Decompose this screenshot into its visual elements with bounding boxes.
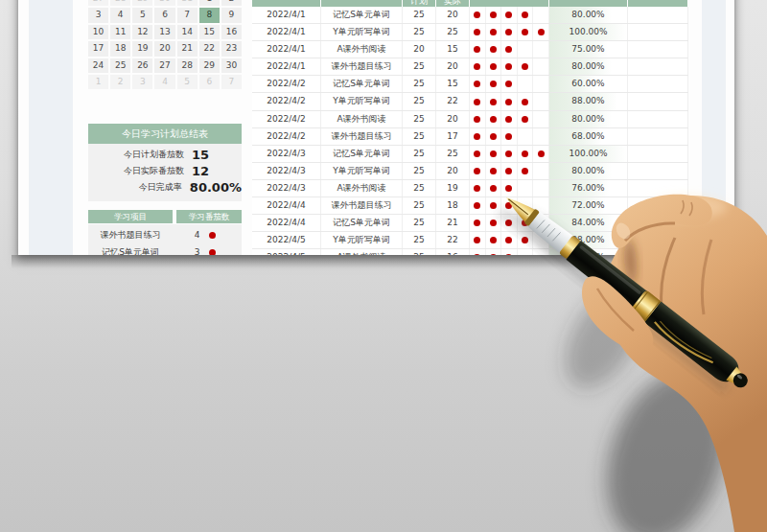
project-count-cell[interactable]: 3 (173, 247, 238, 255)
calendar-day[interactable]: 25 (110, 58, 130, 73)
cell-actual[interactable]: 20 (436, 111, 470, 127)
calendar-day[interactable]: 20 (154, 41, 174, 56)
cell-actual[interactable]: 20 (436, 7, 470, 23)
cell-actual[interactable]: 15 (436, 76, 470, 92)
cell-plan[interactable]: 20 (403, 41, 436, 58)
calendar-day[interactable]: 4 (110, 8, 130, 22)
calendar-day[interactable]: 15 (199, 25, 220, 39)
calendar-day[interactable]: 1 (199, 0, 220, 6)
calendar-day[interactable]: 19 (132, 41, 152, 56)
cell-item[interactable]: 记忆S单元单词 (321, 7, 403, 23)
calendar-day[interactable]: 24 (88, 58, 108, 73)
calendar-day[interactable]: 30 (221, 58, 242, 73)
calendar-day[interactable]: 18 (110, 41, 130, 56)
cell-tomatoes[interactable] (470, 76, 549, 92)
cell-item[interactable]: 记忆S单元单词 (321, 215, 403, 231)
cell-date[interactable]: 2022/4/2 (252, 111, 321, 127)
cell-plan[interactable]: 25 (403, 24, 436, 40)
cell-blank[interactable] (628, 24, 688, 40)
cell-actual[interactable]: 15 (436, 41, 470, 58)
cell-completion-rate[interactable]: 75.00% (549, 41, 628, 58)
cell-blank[interactable] (628, 93, 688, 109)
cell-plan[interactable]: 25 (403, 146, 436, 162)
cell-blank[interactable] (628, 41, 688, 58)
cell-actual[interactable]: 25 (436, 24, 470, 40)
cell-item[interactable]: Y单元听写单词 (321, 93, 403, 109)
cell-plan[interactable]: 25 (403, 7, 436, 23)
cell-item[interactable]: A课外书阅读 (321, 180, 403, 197)
cell-date[interactable]: 2022/4/1 (252, 7, 321, 23)
cell-date[interactable]: 2022/4/1 (252, 58, 321, 75)
project-name-cell[interactable]: 课外书题目练习 (88, 229, 173, 242)
calendar-day[interactable]: 26 (132, 58, 152, 73)
cell-plan[interactable]: 25 (403, 58, 436, 75)
cell-tomatoes[interactable] (470, 41, 549, 58)
cell-plan[interactable]: 25 (403, 76, 436, 92)
calendar-day[interactable]: 9 (221, 8, 242, 22)
calendar-day[interactable]: 13 (154, 25, 174, 39)
cell-date[interactable]: 2022/4/2 (252, 76, 321, 92)
cell-plan[interactable]: 25 (403, 197, 436, 214)
calendar-day[interactable]: 6 (199, 75, 220, 89)
calendar-day[interactable]: 10 (88, 25, 108, 39)
cell-plan[interactable]: 25 (403, 163, 436, 179)
cell-date[interactable]: 2022/4/5 (252, 232, 321, 248)
cell-actual[interactable]: 25 (436, 146, 470, 162)
cell-date[interactable]: 2022/4/3 (252, 146, 321, 162)
cell-completion-rate[interactable]: 88.00% (549, 93, 628, 109)
cell-tomatoes[interactable] (470, 58, 549, 75)
calendar-day[interactable]: 29 (199, 58, 220, 73)
calendar-day[interactable]: 27 (154, 58, 174, 73)
cell-date[interactable]: 2022/4/2 (252, 128, 321, 145)
project-name-cell[interactable]: 记忆S单元单词 (88, 246, 173, 256)
cell-blank[interactable] (628, 146, 688, 162)
cell-tomatoes[interactable] (470, 7, 549, 23)
calendar-day[interactable]: 31 (177, 0, 198, 6)
cell-tomatoes[interactable] (470, 111, 549, 127)
cell-date[interactable]: 2022/4/3 (252, 180, 321, 197)
calendar-day[interactable]: 23 (221, 41, 242, 56)
cell-date[interactable]: 2022/4/4 (252, 215, 321, 231)
cell-item[interactable]: Y单元听写单词 (321, 163, 403, 179)
calendar-day[interactable]: 12 (132, 25, 152, 39)
calendar-day[interactable]: 30 (154, 0, 174, 6)
cell-tomatoes[interactable] (470, 93, 549, 109)
cell-item[interactable]: 课外书题目练习 (321, 58, 403, 75)
summary-value[interactable]: 12 (192, 164, 209, 178)
calendar-day[interactable]: 2 (221, 0, 242, 6)
cell-plan[interactable]: 25 (403, 93, 436, 109)
cell-completion-rate[interactable]: 60.00% (549, 76, 628, 92)
calendar-day[interactable]: 22 (199, 41, 220, 56)
cell-completion-rate[interactable]: 68.00% (549, 128, 628, 145)
cell-item[interactable]: 记忆S单元单词 (321, 146, 403, 162)
cell-completion-rate[interactable]: 80.00% (549, 111, 628, 127)
cell-item[interactable]: A课外书阅读 (321, 41, 403, 58)
cell-blank[interactable] (628, 128, 688, 145)
cell-plan[interactable]: 25 (403, 180, 436, 197)
calendar-day[interactable]: 6 (154, 8, 174, 22)
cell-item[interactable]: Y单元听写单词 (321, 232, 403, 248)
cell-blank[interactable] (628, 76, 688, 92)
calendar-day[interactable]: 14 (177, 25, 198, 39)
cell-plan[interactable]: 25 (403, 111, 436, 127)
cell-item[interactable]: 课外书题目练习 (321, 128, 403, 145)
cell-date[interactable]: 2022/4/2 (252, 93, 321, 109)
calendar-day[interactable]: 29 (132, 0, 152, 6)
calendar-day[interactable]: 7 (221, 75, 242, 89)
calendar-day[interactable]: 3 (88, 8, 108, 22)
cell-plan[interactable]: 25 (403, 128, 436, 145)
cell-item[interactable]: 记忆S单元单词 (321, 76, 403, 92)
cell-item[interactable]: 课外书题目练习 (321, 197, 403, 214)
cell-completion-rate[interactable]: 100.00% (549, 24, 628, 40)
calendar-day[interactable]: 1 (88, 75, 108, 89)
project-count-cell[interactable]: 4 (173, 230, 238, 240)
cell-plan[interactable]: 25 (403, 232, 436, 248)
cell-blank[interactable] (628, 58, 688, 75)
cell-blank[interactable] (628, 111, 688, 127)
calendar-day[interactable]: 7 (177, 8, 198, 22)
calendar-day[interactable]: 16 (221, 25, 242, 39)
cell-blank[interactable] (628, 7, 688, 23)
cell-completion-rate[interactable]: 100.00% (549, 146, 628, 162)
calendar-day[interactable]: 4 (154, 75, 174, 89)
cell-plan[interactable]: 25 (403, 215, 436, 231)
